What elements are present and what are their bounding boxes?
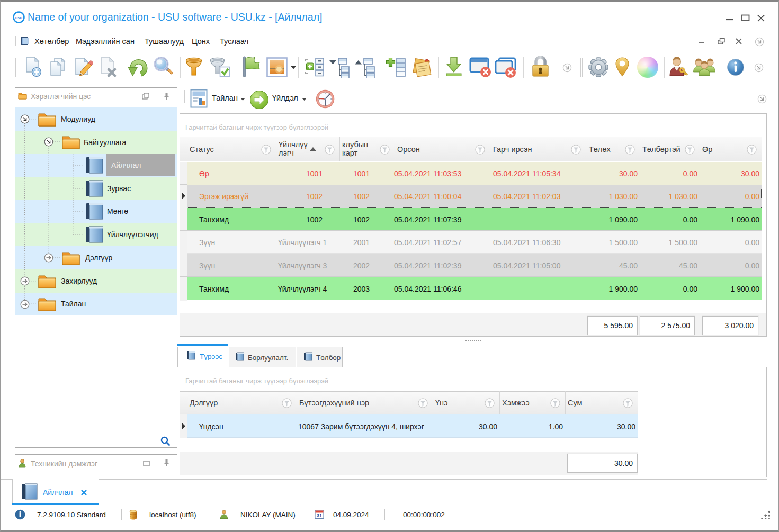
svg-text:31: 31: [317, 513, 322, 518]
svg-text:usu: usu: [15, 15, 23, 20]
